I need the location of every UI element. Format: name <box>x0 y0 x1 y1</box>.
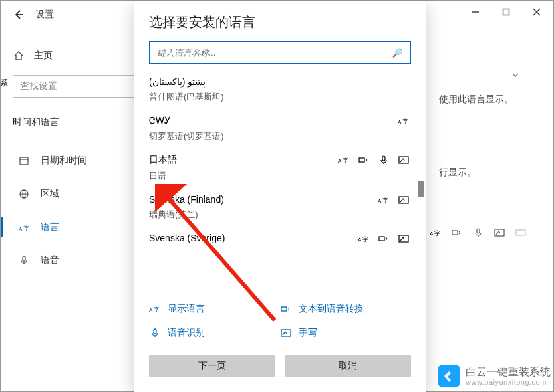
svg-rect-5 <box>20 157 28 165</box>
sidebar-home-label: 主页 <box>34 50 53 62</box>
svg-text:A: A <box>338 158 342 164</box>
tts-icon <box>358 154 370 166</box>
right-partial-line1: 使用此语言显示。 <box>439 94 513 106</box>
svg-rect-13 <box>452 231 458 235</box>
svg-text:字: 字 <box>402 118 408 125</box>
svg-text:A: A <box>149 307 153 313</box>
svg-text:字: 字 <box>434 230 440 237</box>
next-button[interactable]: 下一页 <box>149 355 275 377</box>
display-lang-icon: A字 <box>358 233 370 245</box>
language-item[interactable]: پښتو (پاکستان) 普什图语(巴基斯坦) <box>149 70 412 108</box>
language-item[interactable]: ᏣᎳᎩ 切罗基语(切罗基语) A字 <box>149 108 412 147</box>
close-button[interactable] <box>521 2 552 22</box>
sidebar: 主页 查找设置 时间和语言 日期和时间 区域 <box>1 26 144 391</box>
language-native-name: پښتو (پاکستان) <box>149 76 412 87</box>
display-lang-icon: A字 <box>398 115 410 127</box>
right-partial-line2: 行显示。 <box>439 167 513 179</box>
language-item[interactable]: Svenska (Finland) 瑞典语(芬兰) A字 <box>149 187 412 226</box>
keyboard-icon <box>515 227 527 239</box>
sidebar-item-speech[interactable]: 语音 <box>13 250 134 270</box>
svg-text:字: 字 <box>343 157 348 164</box>
sidebar-item-region[interactable]: 区域 <box>13 184 134 204</box>
svg-rect-14 <box>477 229 480 233</box>
svg-text:A: A <box>358 237 362 243</box>
language-list: پښتو (پاکستان) 普什图语(巴基斯坦) ᏣᎳᎩ 切罗基语(切罗基语)… <box>134 67 426 294</box>
language-picker-dialog: 选择要安装的语言 🔍 پښتو (پاکستان) 普什图语(巴基斯坦) ᏣᎳᎩ… <box>134 1 426 392</box>
maximize-button[interactable] <box>491 2 521 22</box>
language-local-name: 切罗基语(切罗基语) <box>149 130 412 142</box>
svg-rect-34 <box>154 329 156 334</box>
svg-text:字: 字 <box>154 306 160 313</box>
cancel-button[interactable]: 取消 <box>285 355 411 377</box>
svg-text:A: A <box>430 231 434 237</box>
home-icon <box>13 50 25 62</box>
svg-text:A: A <box>398 119 402 125</box>
display-lang-icon: A字 <box>338 154 350 166</box>
display-lang-icon: A字 <box>378 194 390 206</box>
mic-icon <box>18 254 30 266</box>
handwriting-icon <box>493 227 505 239</box>
sidebar-item-label: 区域 <box>41 188 59 200</box>
svg-rect-16 <box>516 230 525 235</box>
language-item[interactable]: 日本語 日语 A字 <box>149 147 412 187</box>
back-button[interactable] <box>13 9 25 21</box>
language-search-box[interactable]: 🔍 <box>149 41 411 64</box>
legend-display: A字 显示语言 <box>149 303 280 315</box>
language-local-name: 日语 <box>149 170 412 182</box>
language-native-name: ᏣᎳᎩ <box>149 115 412 126</box>
legend-label: 文本到语音转换 <box>299 303 364 315</box>
right-partial-text: 使用此语言显示。 行显示。 <box>439 94 513 179</box>
tts-icon <box>378 233 390 245</box>
search-icon: 🔍 <box>392 48 403 58</box>
legend-label: 手写 <box>299 327 317 339</box>
tts-icon <box>280 303 292 315</box>
svg-text:字: 字 <box>382 197 388 204</box>
svg-rect-33 <box>281 307 287 311</box>
sidebar-item-datetime[interactable]: 日期和时间 <box>13 151 134 171</box>
mic-icon <box>472 227 484 239</box>
language-search-input[interactable] <box>157 48 392 58</box>
handwriting-icon <box>398 233 410 245</box>
language-item[interactable]: Svenska (Sverige) A字 <box>149 226 412 243</box>
language-native-name: Svenska (Finland) <box>149 194 412 205</box>
dialog-title: 选择要安装的语言 <box>134 1 426 38</box>
watermark-badge <box>438 365 460 387</box>
svg-text:A: A <box>19 226 23 232</box>
sidebar-search-placeholder: 查找设置 <box>20 80 57 92</box>
svg-rect-22 <box>382 156 385 161</box>
legend-speech: 语音识别 <box>149 327 280 339</box>
right-feature-icons: A字 <box>430 227 527 239</box>
sidebar-home[interactable]: 主页 <box>13 50 134 62</box>
settings-title: 设置 <box>35 9 54 21</box>
settings-window: 设置 主页 查找设置 时间和语言 日期和时间 <box>0 0 554 392</box>
tts-icon <box>451 227 463 239</box>
handwriting-icon <box>280 327 292 339</box>
dialog-footer: 下一页 取消 <box>134 345 426 392</box>
left-sliver: 系 <box>1 78 7 89</box>
minimize-button[interactable] <box>460 2 491 22</box>
feature-legend: A字 显示语言 文本到语音转换 语音识别 手写 <box>134 294 426 345</box>
handwriting-icon <box>398 194 410 206</box>
chevron-down-icon[interactable] <box>511 70 520 82</box>
svg-text:字: 字 <box>362 236 368 243</box>
sidebar-item-language[interactable]: A字 语言 <box>13 217 134 237</box>
language-local-name: 瑞典语(芬兰) <box>149 209 412 221</box>
display-lang-icon: A字 <box>149 303 161 315</box>
legend-label: 语音识别 <box>168 327 205 339</box>
scrollbar-thumb[interactable] <box>418 181 424 197</box>
svg-text:A: A <box>378 198 382 204</box>
watermark: 白云一键重装系统 www.baiyunxitong.com <box>438 365 551 387</box>
svg-rect-21 <box>359 158 364 162</box>
legend-label: 显示语言 <box>168 303 205 315</box>
svg-rect-1 <box>503 9 509 15</box>
handwriting-icon <box>398 154 410 166</box>
legend-tts: 文本到语音转换 <box>280 303 411 315</box>
sidebar-section-label: 时间和语言 <box>13 116 134 128</box>
watermark-title: 白云一键重装系统 <box>466 366 551 378</box>
mic-icon <box>378 154 390 166</box>
legend-handwriting: 手写 <box>280 327 411 339</box>
watermark-url: www.baiyunxitong.com <box>466 378 551 386</box>
sidebar-search[interactable]: 查找设置 <box>13 75 134 98</box>
language-local-name: 普什图语(巴基斯坦) <box>149 91 412 103</box>
globe-icon <box>18 188 30 200</box>
